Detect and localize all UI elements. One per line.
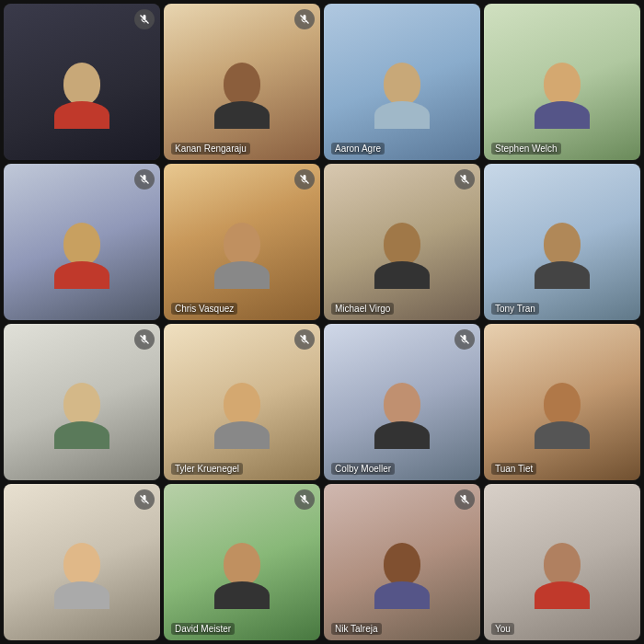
video-tile-6[interactable]: Chris Vasquez [164,164,320,320]
participant-name: You [491,623,514,635]
video-tile-14[interactable]: David Meister [164,484,320,640]
video-tile-11[interactable]: Colby Moeller [324,324,480,480]
mute-indicator [294,9,315,29]
participant-name: Kanan Rengaraju [171,143,250,155]
mute-indicator [134,489,155,510]
video-tile-9[interactable] [4,324,160,480]
mute-indicator [134,9,155,29]
video-tile-2[interactable]: Kanan Rengaraju [164,4,320,160]
mute-indicator [454,329,475,350]
video-tile-15[interactable]: Nik Talreja [324,484,480,640]
mute-indicator [294,169,315,190]
video-tile-3[interactable]: Aaron Agre [324,4,480,160]
participant-name: Aaron Agre [331,143,385,155]
participant-name: Tuan Tiet [491,463,536,475]
participant-name: Nik Talreja [331,623,382,635]
video-tile-12[interactable]: Tuan Tiet [484,324,640,480]
mute-indicator [134,169,155,190]
participant-name: Tony Tran [491,303,539,315]
participant-name: David Meister [171,623,235,635]
mute-indicator [294,329,315,350]
video-tile-8[interactable]: Tony Tran [484,164,640,320]
video-tile-16[interactable]: You [484,484,640,640]
participant-name: Colby Moeller [331,463,395,475]
mute-indicator [134,329,155,350]
mute-indicator [454,489,475,510]
video-tile-7[interactable]: Michael Virgo [324,164,480,320]
participant-name: Michael Virgo [331,303,394,315]
mute-indicator [294,489,315,510]
mute-indicator [454,169,475,190]
video-tile-4[interactable]: Stephen Welch [484,4,640,160]
video-tile-1[interactable] [4,4,160,160]
video-tile-5[interactable] [4,164,160,320]
video-tile-10[interactable]: Tyler Kruenegel [164,324,320,480]
participant-name: Stephen Welch [491,143,561,155]
participant-name: Tyler Kruenegel [171,463,243,475]
video-tile-13[interactable] [4,484,160,640]
video-grid: Kanan RengarajuAaron AgreStephen Welch C… [0,0,644,644]
participant-name: Chris Vasquez [171,303,237,315]
